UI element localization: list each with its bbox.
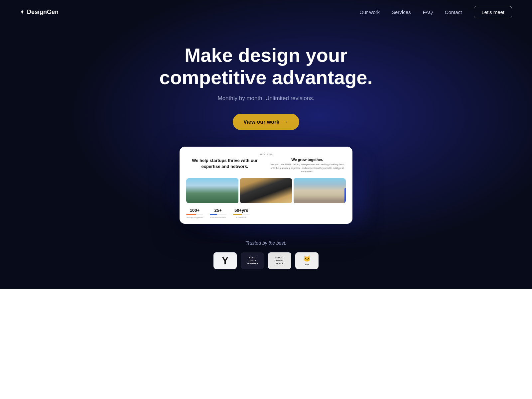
- preview-top: We help startups thrive with our experti…: [186, 158, 346, 174]
- preview-stat-2-label: Experience: [233, 216, 250, 218]
- preview-image-city: [186, 178, 238, 203]
- trusted-logos: Y STARTEQUITYVENTURES GLOBALNOMADPASS ✈ …: [213, 252, 319, 269]
- preview-about-label: ABOUT US: [186, 153, 346, 156]
- hero-section: ✦ DesignGen Our work Services FAQ Contac…: [0, 0, 532, 289]
- hero-title: Make design your competitive advantage.: [159, 44, 372, 88]
- hero-subtitle: Monthly by month. Unlimited revisions.: [217, 95, 314, 102]
- preview-stat-0-label: Startups supported: [186, 216, 203, 218]
- preview-image-street: [294, 178, 346, 203]
- preview-right-bar: [344, 188, 346, 203]
- hero-title-line1: Make design your: [185, 44, 347, 66]
- nav-cta-button[interactable]: Let's meet: [474, 6, 512, 18]
- trusted-label: Trusted by the best:: [246, 240, 287, 246]
- trusted-section: Trusted by the best: Y STARTEQUITYVENTUR…: [0, 240, 532, 289]
- logo-am-text: am: [305, 263, 309, 266]
- preview-stat-0-bar: [186, 214, 203, 215]
- nav-link-our-work[interactable]: Our work: [359, 9, 380, 15]
- preview-stat-1-label: Partners involved: [210, 216, 226, 218]
- below-fold: [0, 289, 532, 399]
- preview-tagline-col: We grow together. We are committed to he…: [269, 158, 346, 174]
- hero-title-line2: competitive advantage.: [159, 66, 372, 88]
- preview-stats: 100+ Startups supported 25+ Partners inv…: [186, 208, 346, 218]
- nav-link-faq[interactable]: FAQ: [423, 9, 433, 15]
- logo-am: 🐱 am: [295, 252, 319, 269]
- preview-tagline: We grow together.: [269, 158, 346, 162]
- logo-star: ✦: [20, 9, 24, 15]
- preview-stat-2-bar: [233, 214, 250, 215]
- logo-sev: STARTEQUITYVENTURES: [241, 252, 264, 269]
- preview-images: [186, 178, 346, 203]
- hero-cta-arrow-icon: →: [283, 118, 289, 125]
- nav-links: Our work Services FAQ Contact Let's meet: [359, 6, 512, 18]
- preview-stat-1: 25+ Partners involved: [210, 208, 226, 218]
- logo-gnp-text: GLOBALNOMADPASS ✈: [275, 256, 284, 265]
- logo-yc: Y: [213, 252, 237, 269]
- preview-stat-1-bar: [210, 214, 226, 215]
- preview-stat-1-num: 25+: [210, 208, 226, 213]
- nav-link-contact[interactable]: Contact: [445, 9, 462, 15]
- preview-image-phone: [240, 178, 292, 203]
- hero-cta-button[interactable]: View our work →: [233, 114, 299, 130]
- preview-card: ABOUT US We help startups thrive with ou…: [180, 147, 352, 224]
- logo[interactable]: ✦ DesignGen: [20, 9, 59, 16]
- nav-link-services[interactable]: Services: [392, 9, 411, 15]
- logo-sev-text: STARTEQUITYVENTURES: [247, 256, 258, 265]
- preview-tagline-text: We are committed to helping entrepreneur…: [269, 163, 346, 174]
- preview-stat-0-num: 100+: [186, 208, 203, 213]
- hero-content: Make design your competitive advantage. …: [0, 24, 532, 289]
- logo-gnp: GLOBALNOMADPASS ✈: [268, 252, 291, 269]
- preview-headline: We help startups thrive with our experti…: [186, 158, 263, 174]
- navbar: ✦ DesignGen Our work Services FAQ Contac…: [0, 0, 532, 24]
- logo-text: DesignGen: [27, 9, 59, 16]
- preview-stat-2: 50+yrs Experience: [233, 208, 250, 218]
- preview-stat-2-num: 50+yrs: [233, 208, 250, 213]
- logo-am-icon: 🐱: [303, 255, 311, 262]
- hero-cta-label: View our work: [243, 119, 279, 125]
- preview-stat-0: 100+ Startups supported: [186, 208, 203, 218]
- preview-wrapper: ABOUT US We help startups thrive with ou…: [180, 147, 352, 224]
